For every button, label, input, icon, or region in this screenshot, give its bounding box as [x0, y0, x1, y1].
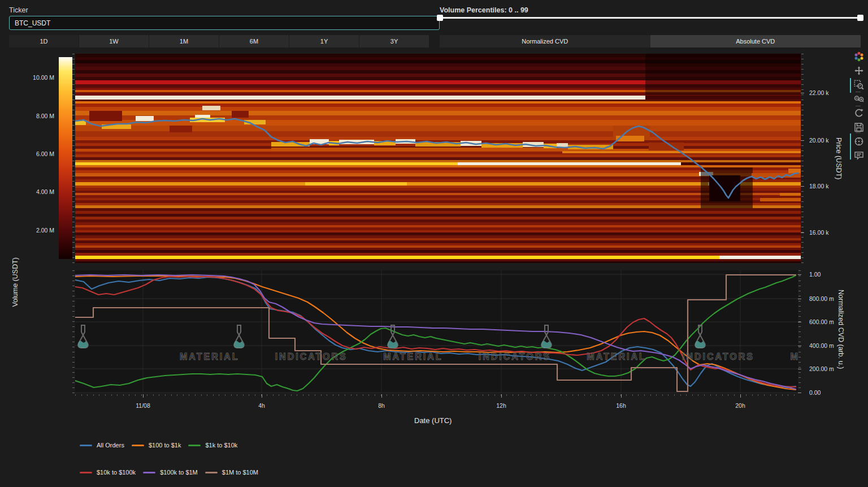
legend-item--100-to-1k[interactable]: $100 to $1k — [132, 442, 181, 449]
price-tick-mark — [801, 232, 804, 233]
volume-percentile-slider-handle-max[interactable] — [857, 15, 863, 21]
date-tick-label: 8h — [367, 402, 396, 409]
date-tick-label: 4h — [248, 402, 276, 409]
ticker-label: Ticker — [9, 6, 28, 14]
price-line-layer — [75, 54, 801, 263]
legend-item--100k-to-1m[interactable]: $100k to $1M — [143, 469, 198, 476]
plotly-modebar — [849, 50, 866, 163]
legend-label: $1M to $10M — [222, 469, 258, 476]
normalized-cvd-plot[interactable]: MATERIAL INDICATORS MATERIAL INDICATORS … — [75, 270, 798, 393]
range-button-6m[interactable]: 6M — [219, 35, 289, 48]
plotly-logo-icon[interactable] — [852, 50, 866, 63]
volume-axis-title: Volume (USDT) — [11, 257, 19, 307]
price-tick-mark — [801, 186, 804, 187]
cvd-tick-mark — [798, 369, 801, 369]
date-tick-mark — [143, 394, 144, 398]
legend-swatch — [143, 472, 155, 473]
flask-watermark-icon — [690, 324, 710, 353]
legend-swatch — [80, 472, 92, 473]
legend-item-all-orders[interactable]: All Orders — [80, 442, 124, 449]
volume-colorbar — [59, 57, 72, 259]
date-tick-label: 12h — [487, 402, 515, 409]
cvd-tick-label: 600.00 m — [809, 318, 834, 325]
cvd-tick-label: 1.00 — [809, 271, 821, 278]
legend-label: $10k to $100k — [97, 469, 136, 476]
cvd-axis-title: Normalized CVD (arb. u.) — [837, 290, 845, 369]
date-tick-mark — [621, 394, 622, 398]
cvd-tick-label: 400.00 m — [809, 342, 834, 349]
modebar-active-indicator-zoom — [850, 78, 851, 93]
date-tick-mark — [262, 394, 262, 398]
flask-watermark-icon — [229, 324, 249, 353]
range-button-1w[interactable]: 1W — [79, 35, 149, 48]
range-button-1m[interactable]: 1M — [149, 35, 219, 48]
cvd-left-ticks — [72, 270, 75, 393]
price-tick-label: 18.00 k — [809, 183, 828, 189]
tab-absolute-cvd[interactable]: Absolute CVD — [650, 35, 861, 48]
x-minor-ticks — [75, 394, 798, 396]
cvd-tick-mark — [798, 346, 801, 346]
time-range-buttons: 1D1W1M6M1Y3Y — [9, 35, 429, 48]
toggle-spikelines-icon[interactable] — [852, 135, 866, 148]
volume-tick-label: 10.00 M — [0, 74, 54, 81]
material-indicators-watermark-text: MATERIAL INDICATORS MATERIAL INDICATORS … — [180, 352, 798, 362]
volume-percentile-slider-track[interactable] — [440, 17, 861, 19]
date-tick-mark — [381, 394, 382, 398]
tab-normalized-cvd[interactable]: Normalized CVD — [440, 35, 650, 48]
firecharts-app: Ticker Volume Percentiles: 0 .. 99 1D1W1… — [0, 0, 868, 487]
cvd-right-ticks — [798, 270, 801, 393]
ticker-input[interactable] — [9, 16, 440, 30]
legend-swatch — [80, 445, 92, 446]
price-tick-label: 16.00 k — [809, 229, 828, 236]
cvd-tick-mark — [798, 274, 801, 275]
flask-watermark-icon — [383, 324, 403, 353]
reset-axes-icon[interactable] — [852, 106, 866, 120]
hover-mode-icon[interactable] — [852, 149, 866, 162]
legend-item--1m-to-10m[interactable]: $1M to $10M — [205, 469, 258, 476]
date-tick-label: 11/08 — [129, 402, 157, 409]
volume-tick-label: 8.00 M — [0, 113, 54, 119]
price-tick-mark — [801, 93, 804, 93]
flask-watermark-icon — [75, 324, 93, 353]
cvd-tick-mark — [798, 393, 801, 393]
range-button-3y[interactable]: 3Y — [359, 35, 429, 48]
price-tick-label: 20.00 k — [809, 137, 828, 144]
cvd-tick-label: 200.00 m — [809, 365, 834, 372]
legend-swatch — [188, 445, 201, 446]
heatmap-left-ticks — [72, 54, 75, 263]
volume-tick-label: 4.00 M — [0, 188, 54, 195]
range-button-1y[interactable]: 1Y — [289, 35, 359, 48]
legend-label: All Orders — [97, 442, 124, 449]
volume-tick-label: 6.00 M — [0, 150, 54, 157]
legend-label: $1k to $10k — [205, 442, 237, 449]
date-axis-title: Date (UTC) — [414, 416, 452, 425]
cvd-tick-label: 800.00 m — [809, 295, 834, 302]
flask-watermark-icon — [536, 324, 557, 353]
range-button-1d[interactable]: 1D — [9, 35, 79, 48]
legend-item--10k-to-100k[interactable]: $10k to $100k — [80, 469, 136, 476]
date-tick-label: 16h — [607, 402, 635, 409]
zoom-in-out-icon[interactable] — [852, 92, 866, 106]
legend-item--1k-to-10k[interactable]: $1k to $10k — [188, 442, 237, 449]
cvd-tick-label: 0.00 — [809, 389, 821, 396]
date-tick-mark — [501, 394, 502, 398]
volume-tick-label: 2.00 M — [0, 227, 54, 234]
price-axis-title: Price (USDT) — [835, 137, 843, 179]
pan-icon[interactable] — [852, 64, 866, 77]
modebar-separator — [856, 92, 861, 92]
legend-swatch — [132, 445, 144, 446]
price-line — [75, 119, 798, 198]
legend-label: $100k to $1M — [160, 469, 198, 476]
date-tick-mark — [740, 394, 741, 398]
date-tick-label: 20h — [726, 402, 754, 409]
legend-row-2: $10k to $100k$100k to $1M$1M to $10M — [80, 469, 258, 476]
zoom-icon[interactable] — [852, 78, 866, 92]
cvd-tick-mark — [798, 322, 801, 322]
volume-percentile-slider-handle-min[interactable] — [437, 15, 443, 21]
modebar-separator — [856, 106, 861, 106]
cvd-mode-tabs: Normalized CVDAbsolute CVD — [440, 35, 861, 48]
legend-label: $100 to $1k — [149, 442, 181, 449]
volume-percentiles-label: Volume Percentiles: 0 .. 99 — [440, 6, 528, 14]
legend-swatch — [205, 472, 218, 473]
cvd-tick-mark — [798, 299, 801, 299]
